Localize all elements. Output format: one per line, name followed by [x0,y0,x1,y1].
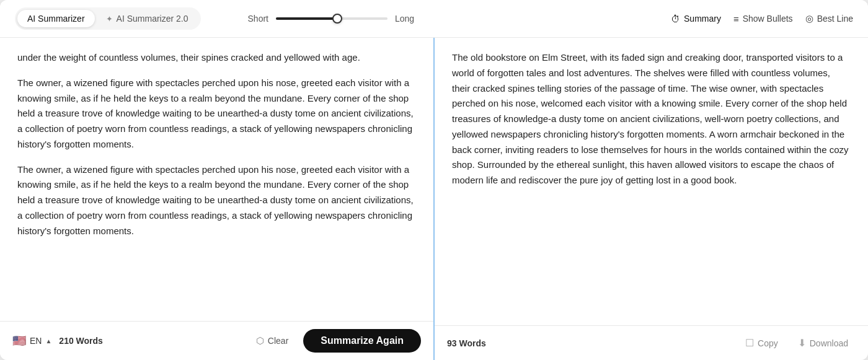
tab-ai-summarizer[interactable]: AI Summarizer [17,10,95,27]
language-badge[interactable]: 🇺🇸 EN ▲ [12,334,51,348]
toolbar-right: ⏱ Summary ≡ Show Bullets ◎ Best Line [671,13,853,24]
clear-button[interactable]: ⬡ Clear [256,335,288,346]
summary-label: Summary [684,14,721,24]
view-summary-option[interactable]: ⏱ Summary [671,14,721,24]
slider-thumb[interactable] [332,14,342,24]
view-bullets-option[interactable]: ≡ Show Bullets [733,14,793,24]
summarize-again-button[interactable]: Summarize Again [303,329,421,353]
summary-footer: 93 Words ☐ Copy ⬇ Download [435,325,868,360]
summary-icon: ⏱ [671,14,680,24]
view-bestline-option[interactable]: ◎ Best Line [805,13,853,24]
bullets-label: Show Bullets [743,14,793,24]
download-button[interactable]: ⬇ Download [790,333,856,353]
input-pane: under the weight of countless volumes, t… [0,38,435,360]
copy-label: Copy [758,338,778,348]
bestline-icon: ◎ [805,13,813,24]
sparkle-icon: ✦ [106,14,113,24]
action-buttons: ☐ Copy ⬇ Download [738,333,856,353]
tab2-label: AI Summarizer 2.0 [117,14,188,24]
tab-ai-summarizer-2[interactable]: ✦ AI Summarizer 2.0 [96,10,198,27]
input-paragraph-2: The owner, a wizened figure with spectac… [17,76,416,152]
toolbar: AI Summarizer ✦ AI Summarizer 2.0 Short … [0,0,868,38]
tab-group: AI Summarizer ✦ AI Summarizer 2.0 [15,7,201,30]
lang-arrow-icon: ▲ [45,338,51,345]
bestline-label: Best Line [817,14,853,24]
copy-icon: ☐ [745,337,754,349]
input-paragraph-3: The owner, a wizened figure with spectac… [17,162,416,239]
summary-text-area: The old bookstore on Elm Street, with it… [435,38,868,325]
clear-label: Clear [268,336,288,346]
app-container: AI Summarizer ✦ AI Summarizer 2.0 Short … [0,0,868,360]
input-paragraph-1: under the weight of countless volumes, t… [17,50,416,66]
slider-fill [276,17,337,20]
length-slider-section: Short Long [248,14,415,24]
flag-icon: 🇺🇸 [12,334,26,348]
lang-label: EN [30,336,42,346]
input-word-count: 210 Words [59,336,103,346]
content-area: under the weight of countless volumes, t… [0,38,868,360]
tab1-label: AI Summarizer [27,14,85,24]
slider-track[interactable] [276,17,388,20]
summary-pane: The old bookstore on Elm Street, with it… [435,38,868,360]
download-icon: ⬇ [798,337,806,349]
download-label: Download [810,338,848,348]
summary-word-count: 93 Words [447,338,486,348]
input-text-area[interactable]: under the weight of countless volumes, t… [0,38,433,321]
summary-paragraph: The old bookstore on Elm Street, with it… [452,50,851,188]
slider-short-label: Short [248,14,268,24]
bullets-icon: ≡ [733,14,739,24]
copy-button[interactable]: ☐ Copy [738,333,786,353]
input-footer: 🇺🇸 EN ▲ 210 Words ⬡ Clear Summarize Agai… [0,321,433,360]
clear-icon: ⬡ [256,335,264,346]
slider-long-label: Long [395,14,414,24]
